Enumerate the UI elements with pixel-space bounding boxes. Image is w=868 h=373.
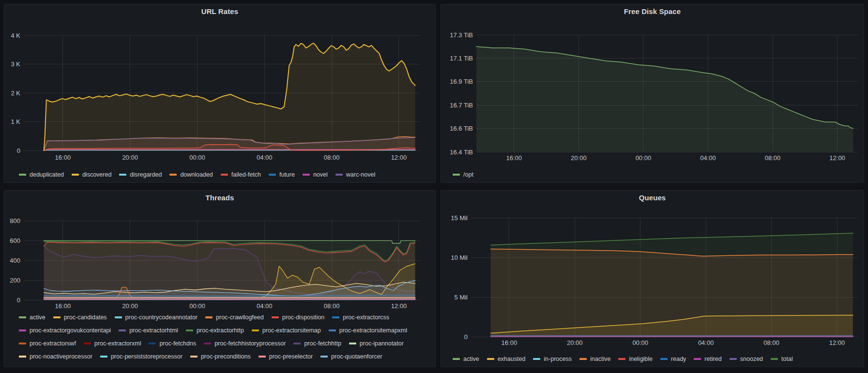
- queues-plot[interactable]: 05 Mil10 Mil15 Mil16:0020:0000:0004:0008…: [441, 191, 864, 367]
- y-tick-label: 0: [17, 147, 20, 154]
- legend-item-proc-persiststoreprocessor[interactable]: proc-persiststoreprocessor: [100, 352, 183, 361]
- legend-label: proc-extractorxml: [94, 340, 141, 347]
- y-tick-label: 600: [10, 237, 20, 244]
- legend-swatch-icon: [579, 358, 587, 360]
- legend-item-retired[interactable]: retired: [694, 354, 721, 363]
- legend-item-total[interactable]: total: [771, 354, 793, 363]
- legend-swatch-icon: [487, 358, 494, 360]
- legend-item-proc-extractorhtml[interactable]: proc-extractorhtml: [119, 326, 178, 335]
- legend-label: proc-quotaresetter: [30, 366, 79, 368]
- free-disk-space-chart[interactable]: 16.4 TiB16.6 TiB16.7 TiB16.9 TiB17.1 TiB…: [441, 4, 864, 183]
- y-tick-label: 400: [10, 257, 20, 264]
- legend-swatch-icon: [19, 343, 26, 344]
- legend-item-proc-disposition[interactable]: proc-disposition: [272, 313, 325, 322]
- legend-swatch-icon: [19, 329, 26, 331]
- legend-swatch-icon: [269, 174, 276, 176]
- y-tick-label: 16.6 TiB: [450, 125, 473, 132]
- legend-item-proc-noactiveprocessor[interactable]: proc-noactiveprocessor: [19, 352, 92, 361]
- x-tick-label: 16:00: [502, 339, 518, 346]
- legend-label: exhausted: [498, 356, 526, 362]
- legend-label: proc-extractorcss: [343, 314, 389, 321]
- url-rates-plot[interactable]: 01 K2 K3 K4 K16:0020:0000:0004:0008:0012…: [4, 4, 435, 182]
- legend-item-proc-quotaenforcer[interactable]: proc-quotaenforcer: [320, 352, 382, 361]
- x-tick-label: 04:00: [700, 154, 716, 162]
- legend-item-active[interactable]: active: [19, 313, 46, 322]
- legend-label: inactive: [590, 356, 610, 362]
- legend-swatch-icon: [100, 356, 107, 358]
- queues-chart[interactable]: 05 Mil10 Mil15 Mil16:0020:0000:0004:0008…: [441, 191, 864, 367]
- x-tick-label: 20:00: [122, 302, 138, 310]
- legend-item-exhausted[interactable]: exhausted: [487, 354, 526, 363]
- legend-item-downloaded[interactable]: downloaded: [169, 170, 213, 179]
- legend-item-snoozed[interactable]: snoozed: [730, 354, 763, 363]
- x-tick-label: 04:00: [257, 302, 273, 310]
- x-tick-label: 04:00: [257, 154, 273, 161]
- x-tick-label: 08:00: [324, 302, 340, 310]
- legend-label: proc-ipannotator: [360, 340, 404, 347]
- legend-item-proc-crawllogfeed[interactable]: proc-crawllogfeed: [205, 313, 264, 322]
- legend-item-proc-extractorswf[interactable]: proc-extractorswf: [19, 339, 76, 348]
- x-tick-label: 04:00: [698, 339, 714, 346]
- legend-item-proc-extractorsitemap[interactable]: proc-extractorsitemap: [252, 326, 321, 335]
- legend-swatch-icon: [84, 343, 91, 344]
- series-area-/opt: [476, 46, 853, 152]
- legend-label: future: [279, 171, 295, 178]
- x-tick-label: 08:00: [765, 154, 781, 162]
- legend-item-/opt[interactable]: /opt: [453, 170, 473, 179]
- legend-item-proc-extractorcss[interactable]: proc-extractorcss: [332, 313, 389, 322]
- legend-label: proc-extractorsitemap: [262, 327, 321, 334]
- legend-item-active[interactable]: active: [453, 354, 479, 363]
- legend-item-proc-extractorgovukcontentapi[interactable]: proc-extractorgovukcontentapi: [19, 326, 111, 335]
- legend-item-disregarded[interactable]: disregarded: [119, 170, 162, 179]
- free-disk-plot[interactable]: 16.4 TiB16.6 TiB16.7 TiB16.9 TiB17.1 TiB…: [441, 4, 864, 182]
- legend-item-ineligible[interactable]: ineligible: [618, 354, 653, 363]
- legend-label: failed-fetch: [231, 171, 261, 178]
- legend-swatch-icon: [771, 358, 778, 360]
- legend-label: proc-quotaenforcer: [331, 353, 382, 360]
- legend-swatch-icon: [204, 343, 211, 344]
- legend-item-proc-candidates[interactable]: proc-candidates: [53, 313, 107, 322]
- legend-label: proc-disposition: [282, 314, 325, 321]
- x-tick-label: 00:00: [189, 154, 205, 161]
- legend-item-proc-preconditions[interactable]: proc-preconditions: [190, 352, 251, 361]
- legend-item-proc-preselector[interactable]: proc-preselector: [259, 352, 313, 361]
- legend-swatch-icon: [19, 356, 26, 358]
- legend-label: total: [781, 356, 793, 362]
- legend-label: ready: [671, 356, 686, 362]
- legend-swatch-icon: [453, 174, 460, 176]
- legend-item-proc-extractorsitemapxml[interactable]: proc-extractorsitemapxml: [329, 326, 407, 335]
- legend-item-warc-novel[interactable]: warc-novel: [335, 170, 375, 179]
- threads-legend: activeproc-candidatesproc-countrycodeann…: [19, 313, 430, 367]
- legend-item-proc-ipannotator[interactable]: proc-ipannotator: [349, 339, 404, 348]
- legend-item-proc-fetchhttp[interactable]: proc-fetchhttp: [293, 339, 341, 348]
- legend-item-inactive[interactable]: inactive: [579, 354, 610, 363]
- y-tick-label: 17.3 TiB: [450, 31, 473, 39]
- legend-item-discovered[interactable]: discovered: [72, 170, 111, 179]
- legend-item-deduplicated[interactable]: deduplicated: [19, 170, 64, 179]
- legend-item-proc-extractorhttp[interactable]: proc-extractorhttp: [186, 326, 244, 335]
- legend-label: downloaded: [180, 171, 213, 178]
- legend-item-future[interactable]: future: [269, 170, 295, 179]
- legend-swatch-icon: [332, 316, 339, 318]
- url-rates-chart[interactable]: 01 K2 K3 K4 K16:0020:0000:0004:0008:0012…: [4, 4, 435, 183]
- legend-label: novel: [313, 171, 328, 178]
- legend-swatch-icon: [19, 174, 26, 176]
- x-tick-label: 16:00: [55, 154, 71, 161]
- legend-item-in-process[interactable]: in-process: [533, 354, 572, 363]
- legend-item-proc-fetchdns[interactable]: proc-fetchdns: [149, 339, 196, 348]
- legend-item-proc-extractorxml[interactable]: proc-extractorxml: [84, 339, 141, 348]
- x-tick-label: 12:00: [829, 154, 845, 162]
- legend-swatch-icon: [293, 343, 301, 344]
- legend-item-proc-countrycodeannotator[interactable]: proc-countrycodeannotator: [115, 313, 198, 322]
- legend-swatch-icon: [186, 329, 193, 331]
- legend-swatch-icon: [72, 174, 79, 176]
- legend-item-proc-fetchhistoryprocessor[interactable]: proc-fetchhistoryprocessor: [204, 339, 286, 348]
- y-tick-label: 16.7 TiB: [450, 102, 473, 109]
- legend-item-ready[interactable]: ready: [660, 354, 686, 363]
- panel-free-disk-space: Free Disk Space 16.4 TiB16.6 TiB16.7 TiB…: [441, 4, 864, 183]
- legend-item-novel[interactable]: novel: [303, 170, 328, 179]
- legend-label: proc-fetchhttp: [304, 340, 341, 347]
- legend-item-proc-quotaresetter[interactable]: proc-quotaresetter: [19, 365, 79, 367]
- legend-item-failed-fetch[interactable]: failed-fetch: [221, 170, 261, 179]
- x-tick-label: 08:00: [324, 154, 340, 161]
